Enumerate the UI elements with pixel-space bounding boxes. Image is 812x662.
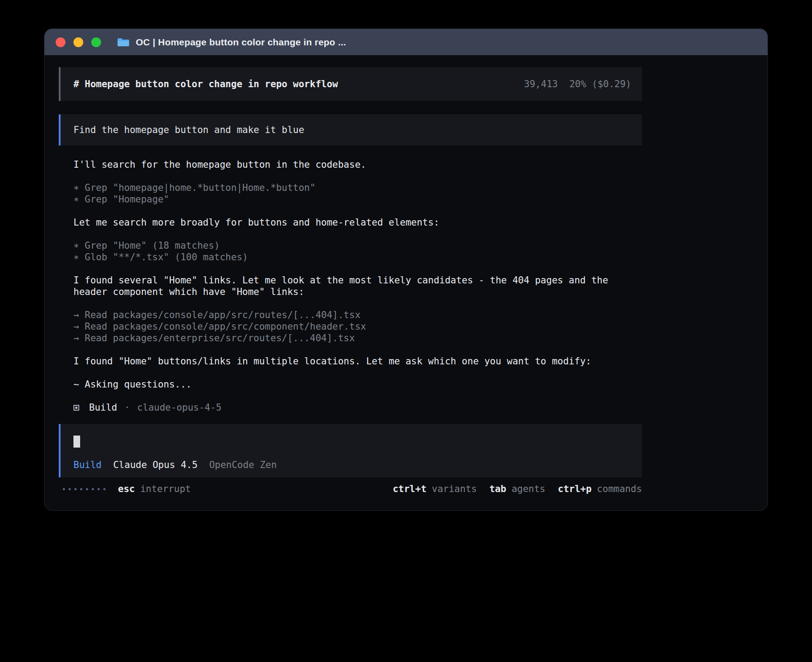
hint-label: variants [432, 483, 477, 495]
assistant-response: I'll search for the homepage button in t… [59, 159, 642, 413]
tool-call-grep: ∗ Grep "Homepage" [73, 194, 642, 205]
hint-key: ctrl+p [558, 483, 592, 495]
status-bar: esc interrupt ctrl+t variants tab agents… [59, 483, 642, 495]
tool-call-group: ∗ Grep "homepage|home.*button|Home.*butt… [73, 182, 642, 205]
hint-label: agents [512, 483, 545, 495]
commands-hint: ctrl+p commands [558, 483, 642, 495]
window-title: OC | Homepage button color change in rep… [136, 37, 346, 48]
hint-key: ctrl+t [393, 483, 426, 495]
asking-questions-text: ~ Asking questions... [73, 379, 642, 390]
context-usage: 20% ($0.29) [569, 78, 631, 90]
terminal-content: # Homepage button color change in repo w… [59, 67, 642, 495]
provider-label: OpenCode Zen [209, 459, 277, 471]
close-button[interactable] [56, 37, 65, 47]
session-title: # Homepage button color change in repo w… [73, 78, 338, 90]
agent-separator: · [124, 402, 130, 413]
assistant-paragraph: I found "Home" buttons/links in multiple… [73, 355, 642, 367]
tool-call-group: ∗ Grep "Home" (18 matches) ∗ Glob "**/*.… [73, 240, 642, 263]
assistant-text: I found "Home" buttons/links in multiple… [73, 355, 642, 367]
tool-call-read: → Read packages/enterprise/src/routes/[.… [73, 332, 642, 344]
token-count: 39,413 [524, 78, 558, 90]
assistant-status: ~ Asking questions... [73, 379, 642, 390]
assistant-text: I'll search for the homepage button in t… [73, 159, 642, 170]
assistant-paragraph: I'll search for the homepage button in t… [73, 159, 642, 170]
minimize-button[interactable] [73, 37, 83, 47]
status-left: esc interrupt [63, 483, 191, 495]
assistant-paragraph: Let me search more broadly for buttons a… [73, 217, 642, 228]
variants-hint: ctrl+t variants [393, 483, 477, 495]
spinner-icon [63, 488, 106, 490]
tool-call-glob: ∗ Glob "**/*.tsx" (100 matches) [73, 251, 642, 263]
text-cursor [73, 436, 80, 448]
tool-call-read: → Read packages/console/app/src/routes/[… [73, 309, 642, 321]
input-area[interactable]: Build Claude Opus 4.5 OpenCode Zen [59, 424, 642, 477]
agent-icon [73, 405, 79, 411]
tool-call-group: → Read packages/console/app/src/routes/[… [73, 309, 642, 344]
user-message-text: Find the homepage button and make it blu… [73, 124, 304, 136]
status-right: ctrl+t variants tab agents ctrl+p comman… [393, 483, 642, 495]
interrupt-hint: esc interrupt [118, 483, 191, 495]
desktop: { "colors": { "accent_blue": "#4a82ef", … [0, 0, 812, 662]
tool-call-grep: ∗ Grep "homepage|home.*button|Home.*butt… [73, 182, 642, 194]
session-stats: 39,413 20% ($0.29) [524, 78, 631, 90]
tool-call-grep: ∗ Grep "Home" (18 matches) [73, 240, 642, 251]
agent-icon-dot [75, 407, 77, 409]
agent-name: Build [89, 402, 117, 413]
input-meta: Build Claude Opus 4.5 OpenCode Zen [73, 459, 277, 471]
agent-status-line: Build · claude-opus-4-5 [73, 402, 642, 413]
folder-icon [117, 37, 130, 47]
user-message: Find the homepage button and make it blu… [59, 114, 642, 145]
agent-model: claude-opus-4-5 [137, 402, 222, 413]
hint-label: commands [597, 483, 642, 495]
assistant-text: I found several "Home" links. Let me loo… [73, 274, 642, 298]
terminal-window: OC | Homepage button color change in rep… [44, 28, 768, 511]
interrupt-label: interrupt [140, 483, 191, 495]
assistant-paragraph: I found several "Home" links. Let me loo… [73, 274, 642, 298]
model-label: Claude Opus 4.5 [113, 459, 198, 471]
esc-key: esc [118, 483, 135, 495]
mode-label: Build [73, 459, 102, 471]
maximize-button[interactable] [91, 37, 101, 47]
titlebar: OC | Homepage button color change in rep… [45, 29, 767, 55]
session-header: # Homepage button color change in repo w… [59, 67, 642, 101]
agents-hint: tab agents [489, 483, 545, 495]
assistant-text: Let me search more broadly for buttons a… [73, 217, 642, 228]
tool-call-read: → Read packages/console/app/src/componen… [73, 321, 642, 332]
hint-key: tab [489, 483, 506, 495]
